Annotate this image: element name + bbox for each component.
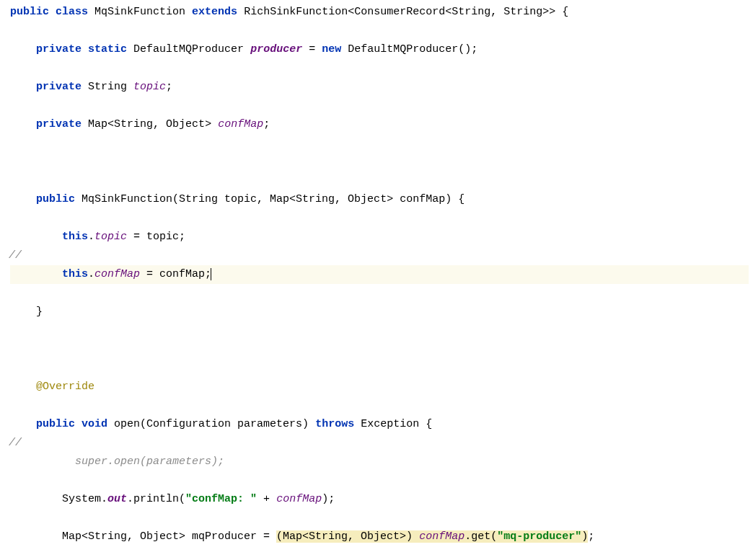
code-line [10, 153, 749, 172]
code-line [10, 340, 749, 359]
code-pre: public class MqSinkFunction extends Rich… [0, 0, 749, 560]
gutter-comment-marker: // [9, 434, 22, 453]
code-line: System.out.println("confMap: " + confMap… [10, 490, 749, 509]
code-line: private Map<String, Object> confMap; [10, 115, 749, 134]
code-line: private String topic; [10, 78, 749, 97]
code-line: @Override [10, 378, 749, 396]
highlighted-line: this.confMap = confMap; [10, 265, 749, 284]
code-line: public MqSinkFunction(String topic, Map<… [10, 190, 749, 209]
code-block: public class MqSinkFunction extends Rich… [0, 0, 753, 560]
code-line: public void open(Configuration parameter… [10, 415, 749, 434]
gutter-comment-marker: // [9, 246, 22, 265]
code-line: } [10, 303, 749, 321]
code-line: Map<String, Object> mqProducer = (Map<St… [10, 528, 749, 546]
code-line: private static DefaultMQProducer produce… [10, 40, 749, 59]
text-caret [211, 268, 211, 280]
code-line: public class MqSinkFunction extends Rich… [10, 3, 749, 22]
code-line: super.open(parameters); [10, 453, 749, 471]
code-line: this.topic = topic; [10, 228, 749, 246]
